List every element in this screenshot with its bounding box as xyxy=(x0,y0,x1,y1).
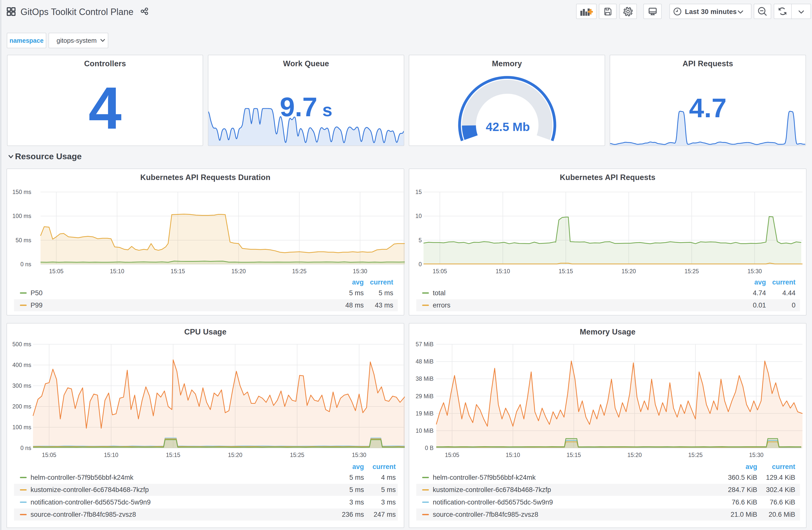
svg-text:3 ms: 3 ms xyxy=(349,499,364,506)
svg-text:total: total xyxy=(433,289,446,297)
svg-text:kustomize-controller-6c6784b46: kustomize-controller-6c6784b468-7kzfp xyxy=(30,486,149,494)
svg-text:15:05: 15:05 xyxy=(433,268,447,275)
svg-text:source-controller-7fb84fc985-z: source-controller-7fb84fc985-zvsz8 xyxy=(30,511,136,518)
svg-text:15:10: 15:10 xyxy=(104,452,119,458)
svg-text:38 MiB: 38 MiB xyxy=(416,376,434,382)
svg-text:5 ms: 5 ms xyxy=(349,474,364,481)
svg-text:4.74: 4.74 xyxy=(753,289,766,297)
svg-text:15:30: 15:30 xyxy=(353,268,367,275)
svg-text:5: 5 xyxy=(419,237,422,244)
svg-text:500 ms: 500 ms xyxy=(13,341,31,348)
svg-text:avg: avg xyxy=(352,279,364,286)
svg-text:current: current xyxy=(370,279,393,286)
svg-text:15:10: 15:10 xyxy=(495,268,510,275)
svg-text:3 ms: 3 ms xyxy=(381,499,396,506)
svg-text:P50: P50 xyxy=(30,289,43,297)
svg-text:notification-controller-6d5657: notification-controller-6d56575dc-5w9n9 xyxy=(30,499,150,506)
svg-text:15:05: 15:05 xyxy=(445,452,459,458)
svg-text:15:30: 15:30 xyxy=(748,268,762,275)
svg-text:0 ns: 0 ns xyxy=(20,445,31,451)
svg-text:15:25: 15:25 xyxy=(290,452,304,458)
svg-text:15:25: 15:25 xyxy=(688,452,703,458)
svg-text:15:15: 15:15 xyxy=(171,268,185,275)
svg-text:100 ms: 100 ms xyxy=(13,424,31,430)
svg-text:48 ms: 48 ms xyxy=(345,301,364,309)
svg-text:15:05: 15:05 xyxy=(42,452,57,458)
svg-text:302.4 KiB: 302.4 KiB xyxy=(766,486,795,494)
svg-text:5 ms: 5 ms xyxy=(349,289,364,297)
svg-text:50 ms: 50 ms xyxy=(15,237,31,244)
svg-text:15:20: 15:20 xyxy=(228,452,242,458)
svg-text:notification-controller-6d5657: notification-controller-6d56575dc-5w9n9 xyxy=(433,499,553,506)
svg-text:100 ms: 100 ms xyxy=(13,213,31,219)
svg-text:15:20: 15:20 xyxy=(627,452,642,458)
svg-text:48 MiB: 48 MiB xyxy=(416,358,434,365)
svg-text:76.6 KiB: 76.6 KiB xyxy=(732,499,757,506)
svg-text:76.6 KiB: 76.6 KiB xyxy=(770,499,795,506)
svg-text:43 ms: 43 ms xyxy=(375,301,393,309)
svg-text:0: 0 xyxy=(419,261,422,267)
svg-text:129.4 KiB: 129.4 KiB xyxy=(766,474,795,481)
svg-text:0 ns: 0 ns xyxy=(20,261,31,267)
svg-text:29 MiB: 29 MiB xyxy=(416,393,434,399)
svg-text:0.01: 0.01 xyxy=(753,301,766,309)
svg-text:5 ms: 5 ms xyxy=(349,486,364,494)
svg-text:helm-controller-57f9b56bbf-k24: helm-controller-57f9b56bbf-k24mk xyxy=(433,474,536,481)
svg-text:15:10: 15:10 xyxy=(110,268,124,275)
svg-text:15:25: 15:25 xyxy=(684,268,699,275)
svg-text:current: current xyxy=(772,463,795,471)
svg-text:42.5 Mb: 42.5 Mb xyxy=(486,120,530,133)
svg-text:helm-controller-57f9b56bbf-k24: helm-controller-57f9b56bbf-k24mk xyxy=(30,474,134,481)
svg-text:kustomize-controller-6c6784b46: kustomize-controller-6c6784b468-7kzfp xyxy=(433,486,551,494)
svg-text:avg: avg xyxy=(754,279,766,286)
svg-text:0 B: 0 B xyxy=(425,445,434,451)
svg-text:57 MiB: 57 MiB xyxy=(416,341,434,348)
svg-text:15:30: 15:30 xyxy=(749,452,764,458)
svg-text:source-controller-7fb84fc985-z: source-controller-7fb84fc985-zvsz8 xyxy=(433,511,538,518)
svg-text:15:20: 15:20 xyxy=(231,268,246,275)
svg-text:errors: errors xyxy=(433,301,451,309)
svg-text:15:20: 15:20 xyxy=(622,268,636,275)
svg-text:247 ms: 247 ms xyxy=(374,511,396,518)
svg-text:15:10: 15:10 xyxy=(506,452,520,458)
svg-text:200 ms: 200 ms xyxy=(13,403,31,410)
svg-text:236 ms: 236 ms xyxy=(342,511,364,518)
svg-text:15:15: 15:15 xyxy=(559,268,573,275)
svg-text:current: current xyxy=(772,279,796,286)
svg-text:0: 0 xyxy=(792,301,796,309)
svg-text:5 ms: 5 ms xyxy=(381,486,396,494)
svg-text:19 MiB: 19 MiB xyxy=(416,410,434,417)
svg-text:4.44: 4.44 xyxy=(782,289,796,297)
svg-text:284.7 KiB: 284.7 KiB xyxy=(728,486,757,494)
svg-text:360.5 KiB: 360.5 KiB xyxy=(728,474,757,481)
svg-text:150 ms: 150 ms xyxy=(13,189,31,195)
svg-text:10: 10 xyxy=(415,213,422,219)
svg-text:P99: P99 xyxy=(30,301,43,309)
svg-text:10 MiB: 10 MiB xyxy=(416,427,434,434)
svg-text:avg: avg xyxy=(745,463,757,471)
svg-text:15:15: 15:15 xyxy=(166,452,180,458)
svg-text:400 ms: 400 ms xyxy=(13,362,31,368)
svg-text:20.6 MiB: 20.6 MiB xyxy=(768,511,795,518)
svg-text:avg: avg xyxy=(352,463,364,471)
svg-text:15: 15 xyxy=(415,189,422,195)
svg-text:15:05: 15:05 xyxy=(49,268,63,275)
svg-text:4 ms: 4 ms xyxy=(381,474,396,481)
svg-text:15:30: 15:30 xyxy=(352,452,366,458)
svg-text:15:15: 15:15 xyxy=(567,452,581,458)
svg-text:21.0 MiB: 21.0 MiB xyxy=(730,511,757,518)
svg-text:15:25: 15:25 xyxy=(292,268,307,275)
svg-text:5 ms: 5 ms xyxy=(378,289,393,297)
svg-text:current: current xyxy=(373,463,396,471)
svg-text:300 ms: 300 ms xyxy=(13,383,31,389)
